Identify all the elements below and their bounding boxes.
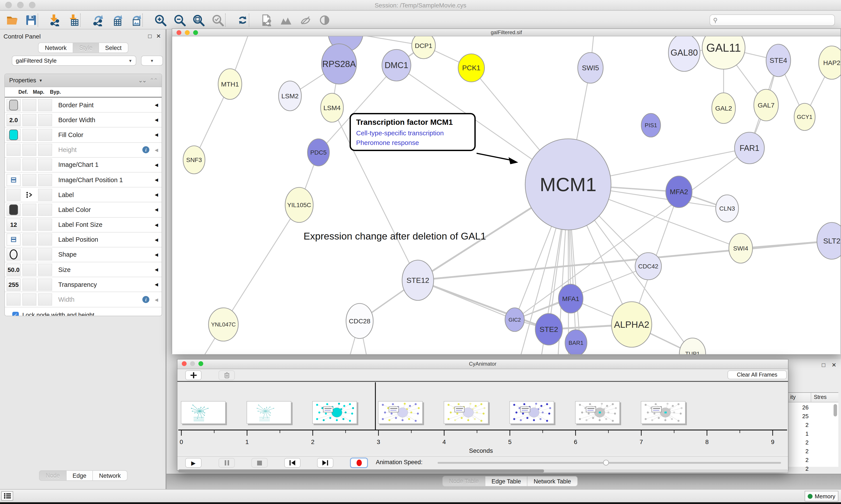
expand-row-icon[interactable]: ◀ (155, 267, 158, 272)
table-cell[interactable]: 2 (788, 422, 809, 428)
zoom-selected-icon[interactable] (211, 13, 225, 27)
default-value-cell[interactable] (6, 159, 21, 171)
mapping-cell[interactable] (22, 114, 36, 126)
export-image-icon[interactable] (128, 13, 142, 27)
timeline-scrollbar[interactable] (178, 469, 788, 472)
search-input[interactable] (718, 16, 835, 24)
node-MFA2[interactable]: MFA2 (666, 176, 692, 208)
table-cell[interactable]: 2 (788, 457, 809, 463)
tab-network[interactable]: Network (38, 42, 73, 53)
default-value-cell[interactable]: 12 (6, 218, 21, 231)
network-edge[interactable] (418, 241, 832, 280)
node-DMC1[interactable]: DMC1 (382, 50, 411, 81)
tab-select[interactable]: Select (99, 42, 128, 53)
cyanimator-titlebar[interactable]: CyAnimator (177, 360, 788, 369)
mapping-cell[interactable] (22, 144, 36, 156)
default-value-cell[interactable]: 2.0 (6, 114, 21, 126)
delete-frame-button[interactable] (219, 371, 235, 380)
add-frame-button[interactable] (185, 371, 201, 380)
float-panel-icon[interactable]: □ (146, 33, 153, 39)
node-SLT2[interactable]: SLT2 (817, 222, 841, 259)
mapping-cell[interactable] (22, 99, 36, 111)
network-doc-icon[interactable] (259, 13, 273, 27)
node-CDC42[interactable]: CDC42 (635, 253, 661, 280)
network-edge[interactable] (223, 205, 299, 324)
tab-style[interactable]: Style (73, 42, 99, 53)
bypass-cell[interactable] (38, 234, 52, 246)
timeline[interactable]: 0123456789Seconds (177, 382, 788, 454)
hide-selected-icon[interactable] (298, 13, 312, 27)
show-all-icon[interactable] (318, 13, 332, 27)
property-row-label-position[interactable]: Label Position◀ (5, 232, 162, 247)
frame-thumbnail-4[interactable] (378, 401, 423, 424)
frame-thumbnail-7[interactable] (575, 401, 620, 424)
node-YNL047C[interactable]: YNL047C (209, 308, 238, 341)
info-icon[interactable]: i (142, 296, 149, 303)
node-DCP1[interactable]: DCP1 (412, 36, 435, 59)
default-value-cell[interactable] (6, 188, 21, 201)
style-selector[interactable]: galFiltered Style ▼ (12, 56, 136, 66)
node-PIS1[interactable]: PIS1 (641, 113, 661, 137)
tab-edge-table[interactable]: Edge Table (485, 476, 527, 486)
network-edge[interactable] (418, 280, 549, 329)
property-row-label[interactable]: Label◀ (5, 187, 162, 202)
node-STE2[interactable]: STE2 (535, 313, 562, 345)
node-GIC2[interactable]: GIC2 (505, 308, 524, 331)
node-HAP2[interactable]: HAP2 (819, 46, 841, 79)
node-PDC5[interactable]: PDC5 (307, 139, 329, 166)
export-table-icon[interactable] (109, 13, 124, 27)
info-icon[interactable]: i (142, 146, 149, 153)
expand-row-icon[interactable]: ◀ (155, 282, 158, 287)
property-row-image-chart-1[interactable]: Image/Chart 1◀ (5, 158, 162, 173)
bypass-cell[interactable] (38, 159, 52, 171)
node-CLN3[interactable]: CLN3 (716, 195, 738, 222)
table-cell[interactable]: 2 (788, 439, 809, 446)
expand-row-icon[interactable]: ◀ (155, 252, 158, 257)
memory-button[interactable]: Memory (805, 491, 838, 501)
column-header-stress[interactable]: Stres (814, 394, 826, 400)
refresh-icon[interactable] (236, 13, 250, 27)
scrollbar-thumb[interactable] (178, 469, 544, 472)
node-SNF3[interactable]: SNF3 (183, 146, 205, 174)
property-row-size[interactable]: 50.0Size◀ (5, 262, 162, 277)
node-GAL80[interactable]: GAL80 (668, 36, 700, 71)
zoom-out-icon[interactable] (173, 13, 186, 27)
annotation-link[interactable]: Pheromone response (356, 139, 469, 146)
node-YIL105C[interactable]: YIL105C (285, 187, 313, 222)
default-value-cell[interactable] (6, 129, 21, 141)
expand-row-icon[interactable]: ◀ (155, 177, 158, 182)
default-value-cell[interactable] (6, 293, 21, 306)
mapping-cell[interactable] (22, 174, 36, 186)
table-column-headers[interactable]: ity Stres (788, 393, 838, 402)
default-value-cell[interactable] (6, 174, 21, 186)
property-row-width[interactable]: Widthi◀ (5, 292, 162, 307)
default-value-cell[interactable]: 255 (6, 278, 21, 291)
bypass-cell[interactable] (38, 99, 52, 111)
export-network-icon[interactable] (90, 13, 104, 27)
bypass-cell[interactable] (38, 264, 52, 276)
task-history-button[interactable] (1, 491, 13, 501)
network-canvas[interactable]: DCP1RPS28ADMC1PCK1SWI5GAL80GAL11STE4HAP2… (172, 36, 841, 354)
bypass-cell[interactable] (38, 114, 52, 126)
frame-thumbnail-6[interactable] (509, 401, 554, 424)
default-value-cell[interactable] (6, 234, 21, 246)
close-panel-icon[interactable]: ✕ (155, 33, 162, 39)
property-row-border-paint[interactable]: Border Paint◀ (5, 98, 162, 112)
tab-node-table[interactable]: Node Table (442, 476, 485, 486)
table-cell[interactable]: 25 (788, 413, 809, 419)
property-row-transparency[interactable]: 255Transparency◀ (5, 277, 162, 292)
expand-row-icon[interactable]: ◀ (155, 147, 158, 152)
previous-frame-button[interactable] (284, 458, 301, 468)
next-frame-button[interactable] (317, 458, 333, 468)
expand-row-icon[interactable]: ◀ (155, 237, 158, 242)
record-button[interactable] (350, 457, 368, 468)
table-cell[interactable]: 2 (788, 466, 809, 472)
lock-size-checkbox[interactable]: ✓ (12, 311, 19, 316)
property-row-border-width[interactable]: 2.0Border Width◀ (5, 112, 162, 127)
frame-thumbnail-5[interactable] (444, 401, 488, 424)
default-value-cell[interactable] (6, 99, 21, 111)
node-GCY1[interactable]: GCY1 (794, 103, 815, 130)
column-divider[interactable] (811, 393, 811, 402)
mapping-cell[interactable] (22, 278, 36, 291)
expand-all-icon[interactable]: ⌄⌄ (138, 77, 146, 84)
